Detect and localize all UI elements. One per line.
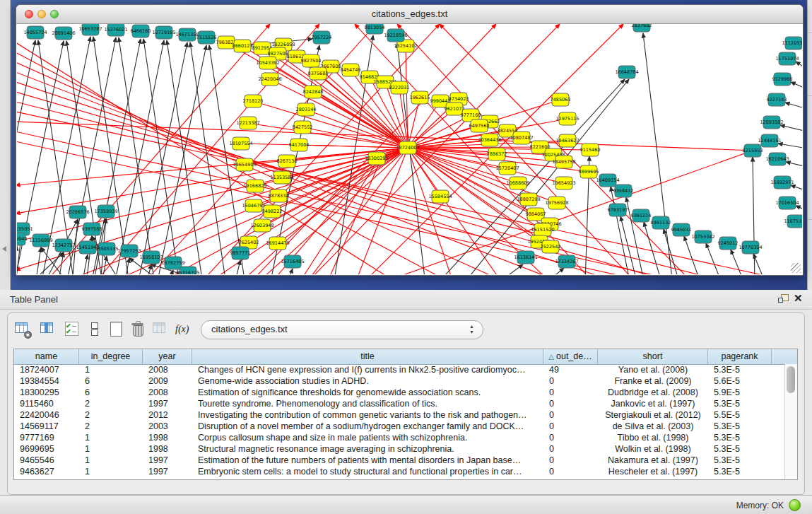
network-edge[interactable] [778,144,802,148]
table-row[interactable]: 1830029562008Estimation of significance … [14,387,785,398]
network-window-titlebar[interactable]: citations_edges.txt [16,5,803,24]
column-header-year[interactable]: year [143,349,192,364]
network-edge[interactable] [643,33,673,274]
delete-table-icon[interactable] [129,320,148,339]
table-cell[interactable]: 9465546 [14,455,79,466]
table-cell[interactable]: 0 [543,409,598,421]
table-cell[interactable]: Investigating the contribution of common… [192,409,543,421]
table-cell[interactable]: 0 [543,443,598,455]
network-edge[interactable] [791,82,802,89]
table-cell[interactable]: 1997 [143,398,192,409]
table-cell[interactable]: Changes of HCN gene expression and I(f) … [192,364,543,375]
network-edge[interactable] [190,42,226,274]
table-cell[interactable]: Tibbo et al. (1998) [598,432,708,443]
network-edge[interactable] [786,162,802,167]
collapse-left-arrow-icon[interactable] [2,246,6,252]
table-cell[interactable]: Structural magnetic resonance image aver… [192,443,543,455]
network-edge[interactable] [66,37,116,274]
network-edge[interactable] [138,42,187,274]
network-canvas-svg[interactable]: 1872400718300295796382286601238912954182… [17,24,802,274]
table-settings-icon[interactable] [13,320,32,339]
table-cell[interactable]: 0 [543,375,598,387]
table-row[interactable]: 911546021997Tourette syndrome. Phenomeno… [14,398,785,409]
table-cell[interactable]: Genome-wide association studies in ADHD. [192,375,543,387]
network-edge[interactable] [644,222,662,274]
table-cell[interactable]: 18724007 [14,364,79,375]
table-cell[interactable]: 5.3E-5 [708,421,772,432]
table-cell[interactable]: 5.9E-5 [708,387,772,398]
table-cell[interactable]: 0 [543,398,598,409]
table-cell[interactable]: 6 [79,387,143,398]
table-cell[interactable]: 0 [543,387,598,398]
table-cell[interactable]: Wolkin et al. (1998) [598,443,708,455]
table-cell[interactable]: 9777169 [14,432,79,443]
table-cell[interactable]: Yano et al. (2008) [598,364,708,375]
table-cell[interactable]: 49 [543,364,598,375]
table-cell[interactable]: 0 [543,466,598,477]
table-cell[interactable]: 1997 [143,455,192,466]
network-edge[interactable] [626,197,645,274]
column-header-in_degree[interactable]: in_degree [79,349,143,364]
table-cell[interactable]: 2 [79,421,143,432]
table-cell[interactable]: Franke et al. (2009) [598,375,708,387]
window-resize-grip[interactable] [791,263,801,273]
column-header-title[interactable]: title [192,349,543,364]
network-edge[interactable] [796,206,802,211]
table-cell[interactable]: 6 [79,375,143,387]
network-edge[interactable] [66,41,102,274]
table-cell[interactable]: 5.5E-5 [708,409,772,421]
table-cell[interactable]: 1 [79,432,143,443]
table-cell[interactable]: 19384554 [14,375,79,387]
table-cell[interactable]: 5.6E-5 [708,375,772,387]
table-row[interactable]: 946362711997Embryonic stem cells: a mode… [14,466,785,477]
network-edge[interactable] [287,269,293,274]
network-edge[interactable] [611,187,630,274]
table-cell[interactable]: 2 [79,398,143,409]
table-cell[interactable]: 2003 [143,421,192,432]
table-cell[interactable]: 2 [79,409,143,421]
float-panel-icon[interactable] [778,294,789,304]
network-edge[interactable] [620,216,637,274]
table-cell[interactable]: 0 [543,455,598,466]
table-row[interactable]: 977716911998Corpus callosum shape and si… [14,432,785,443]
select-rows-icon[interactable]: ✔✔ [63,320,81,339]
network-edge[interactable] [397,151,753,274]
network-edge[interactable] [114,40,164,274]
new-table-icon[interactable] [107,320,126,339]
table-cell[interactable]: 5.3E-5 [708,466,772,477]
table-cell[interactable]: Nakamura et al. (1997) [598,455,708,466]
table-cell[interactable]: Hescheler et al. (1997) [598,466,708,477]
table-cell[interactable]: Jankovic et al. (1997) [598,398,708,409]
network-edge[interactable] [253,101,408,148]
scrollbar-thumb[interactable] [787,366,795,393]
network-edge[interactable] [408,98,420,148]
table-cell[interactable]: 9699695 [14,443,79,455]
table-cell[interactable]: de Silva et al. (2003) [598,421,708,432]
table-cell[interactable]: 1 [79,364,143,375]
table-cell[interactable]: 2012 [143,409,192,421]
table-cell[interactable]: 18300295 [14,387,79,398]
network-edge[interactable] [82,255,88,274]
column-header-name[interactable]: name [14,349,79,364]
table-cell[interactable]: Stergiakouli et al. (2012) [598,409,708,421]
network-edge[interactable] [753,254,766,274]
table-cell[interactable]: Dudbridge et al. (2008) [598,387,708,398]
network-edge[interactable] [796,62,802,69]
table-row[interactable]: 1456911722003Disruption of a novel membe… [14,421,785,432]
table-row[interactable]: 1872400712008Changes of HCN gene express… [14,364,785,375]
table-cell[interactable]: Estimation of significance thresholds fo… [192,387,543,398]
network-edge[interactable] [544,268,564,274]
table-cell[interactable]: Estimation of the future numbers of pati… [192,455,543,466]
table-cell[interactable]: 2009 [143,375,192,387]
table-cell[interactable]: 5.3E-5 [708,364,772,375]
table-cell[interactable]: 1 [79,466,143,477]
table-cell[interactable]: 5.3E-5 [708,455,772,466]
table-selector-dropdown[interactable]: citations_edges.txt ▲▼ [201,320,483,339]
network-edge[interactable] [157,45,206,274]
table-cell[interactable]: 9115460 [14,398,79,409]
table-cell[interactable]: 5.3E-5 [708,432,772,443]
table-cell[interactable]: 14569117 [14,421,79,432]
network-canvas[interactable]: 1872400718300295796382286601238912954182… [17,24,802,274]
table-cell[interactable]: 1997 [143,466,192,477]
table-cell[interactable]: 5.3E-5 [708,443,772,455]
